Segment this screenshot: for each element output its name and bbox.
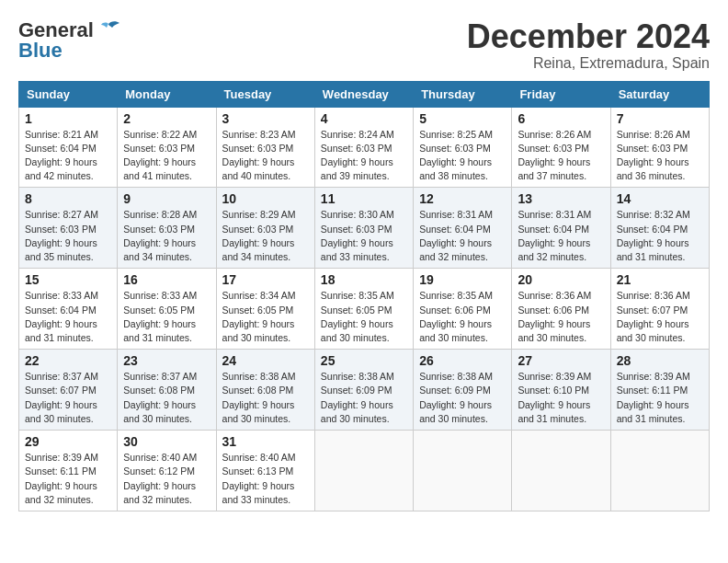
day-number: 1 xyxy=(25,111,111,126)
logo: General Blue xyxy=(18,18,121,63)
day-number: 22 xyxy=(25,353,111,368)
header: General Blue December 2024 Reina, Extrem… xyxy=(18,18,710,72)
table-row: 20Sunrise: 8:36 AM Sunset: 6:06 PM Dayli… xyxy=(512,269,610,350)
day-info: Sunrise: 8:39 AM Sunset: 6:11 PM Dayligh… xyxy=(617,370,703,426)
day-number: 7 xyxy=(617,111,703,126)
week-row-5: 29Sunrise: 8:39 AM Sunset: 6:11 PM Dayli… xyxy=(19,431,710,511)
day-number: 14 xyxy=(617,191,703,206)
day-info: Sunrise: 8:33 AM Sunset: 6:04 PM Dayligh… xyxy=(25,289,111,345)
table-row: 24Sunrise: 8:38 AM Sunset: 6:08 PM Dayli… xyxy=(216,350,314,431)
day-number: 5 xyxy=(419,111,506,126)
day-info: Sunrise: 8:36 AM Sunset: 6:07 PM Dayligh… xyxy=(617,289,703,345)
logo-bird-icon xyxy=(96,20,121,40)
day-number: 3 xyxy=(222,111,309,126)
week-row-3: 15Sunrise: 8:33 AM Sunset: 6:04 PM Dayli… xyxy=(19,269,710,350)
day-info: Sunrise: 8:25 AM Sunset: 6:03 PM Dayligh… xyxy=(419,128,506,184)
day-info: Sunrise: 8:26 AM Sunset: 6:03 PM Dayligh… xyxy=(617,128,703,184)
day-number: 8 xyxy=(25,191,111,206)
day-number: 9 xyxy=(123,191,210,206)
day-number: 20 xyxy=(518,272,604,287)
day-info: Sunrise: 8:38 AM Sunset: 6:09 PM Dayligh… xyxy=(321,370,407,426)
table-row: 12Sunrise: 8:31 AM Sunset: 6:04 PM Dayli… xyxy=(414,188,512,269)
col-monday: Monday xyxy=(118,81,216,107)
week-row-1: 1Sunrise: 8:21 AM Sunset: 6:04 PM Daylig… xyxy=(19,107,710,188)
table-row: 3Sunrise: 8:23 AM Sunset: 6:03 PM Daylig… xyxy=(216,107,314,188)
day-number: 6 xyxy=(518,111,604,126)
table-row: 26Sunrise: 8:38 AM Sunset: 6:09 PM Dayli… xyxy=(414,350,512,431)
day-number: 16 xyxy=(123,272,210,287)
table-row: 4Sunrise: 8:24 AM Sunset: 6:03 PM Daylig… xyxy=(314,107,413,188)
logo-blue: Blue xyxy=(18,39,63,62)
day-info: Sunrise: 8:35 AM Sunset: 6:06 PM Dayligh… xyxy=(419,289,506,345)
col-tuesday: Tuesday xyxy=(216,81,314,107)
day-number: 21 xyxy=(617,272,703,287)
table-row: 2Sunrise: 8:22 AM Sunset: 6:03 PM Daylig… xyxy=(118,107,216,188)
month-title: December 2024 xyxy=(467,18,710,55)
table-row: 1Sunrise: 8:21 AM Sunset: 6:04 PM Daylig… xyxy=(19,107,118,188)
calendar-table: Sunday Monday Tuesday Wednesday Thursday… xyxy=(18,81,710,511)
table-row: 10Sunrise: 8:29 AM Sunset: 6:03 PM Dayli… xyxy=(216,188,314,269)
day-info: Sunrise: 8:37 AM Sunset: 6:07 PM Dayligh… xyxy=(25,370,111,426)
day-info: Sunrise: 8:32 AM Sunset: 6:04 PM Dayligh… xyxy=(617,208,703,264)
day-number: 13 xyxy=(518,191,604,206)
table-row: 31Sunrise: 8:40 AM Sunset: 6:13 PM Dayli… xyxy=(216,431,314,511)
day-number: 17 xyxy=(222,272,309,287)
day-number: 4 xyxy=(321,111,407,126)
table-row: 18Sunrise: 8:35 AM Sunset: 6:05 PM Dayli… xyxy=(314,269,413,350)
day-number: 11 xyxy=(321,191,407,206)
table-row: 25Sunrise: 8:38 AM Sunset: 6:09 PM Dayli… xyxy=(314,350,413,431)
table-row: 30Sunrise: 8:40 AM Sunset: 6:12 PM Dayli… xyxy=(118,431,216,511)
day-info: Sunrise: 8:35 AM Sunset: 6:05 PM Dayligh… xyxy=(321,289,407,345)
day-info: Sunrise: 8:39 AM Sunset: 6:10 PM Dayligh… xyxy=(518,370,604,426)
table-row: 7Sunrise: 8:26 AM Sunset: 6:03 PM Daylig… xyxy=(610,107,709,188)
day-info: Sunrise: 8:22 AM Sunset: 6:03 PM Dayligh… xyxy=(123,128,210,184)
col-wednesday: Wednesday xyxy=(314,81,413,107)
day-number: 28 xyxy=(617,353,703,368)
table-row: 16Sunrise: 8:33 AM Sunset: 6:05 PM Dayli… xyxy=(118,269,216,350)
day-info: Sunrise: 8:39 AM Sunset: 6:11 PM Dayligh… xyxy=(25,451,111,507)
day-number: 31 xyxy=(222,434,309,449)
day-number: 2 xyxy=(123,111,210,126)
table-row xyxy=(512,431,610,511)
day-info: Sunrise: 8:21 AM Sunset: 6:04 PM Dayligh… xyxy=(25,128,111,184)
day-info: Sunrise: 8:28 AM Sunset: 6:03 PM Dayligh… xyxy=(123,208,210,264)
week-row-4: 22Sunrise: 8:37 AM Sunset: 6:07 PM Dayli… xyxy=(19,350,710,431)
day-number: 18 xyxy=(321,272,407,287)
table-row: 29Sunrise: 8:39 AM Sunset: 6:11 PM Dayli… xyxy=(19,431,118,511)
day-number: 15 xyxy=(25,272,111,287)
calendar-header-row: Sunday Monday Tuesday Wednesday Thursday… xyxy=(19,81,710,107)
day-number: 19 xyxy=(419,272,506,287)
day-info: Sunrise: 8:40 AM Sunset: 6:12 PM Dayligh… xyxy=(123,451,210,507)
day-info: Sunrise: 8:24 AM Sunset: 6:03 PM Dayligh… xyxy=(321,128,407,184)
table-row: 13Sunrise: 8:31 AM Sunset: 6:04 PM Dayli… xyxy=(512,188,610,269)
location-subtitle: Reina, Extremadura, Spain xyxy=(467,55,710,72)
table-row: 5Sunrise: 8:25 AM Sunset: 6:03 PM Daylig… xyxy=(414,107,512,188)
week-row-2: 8Sunrise: 8:27 AM Sunset: 6:03 PM Daylig… xyxy=(19,188,710,269)
table-row: 19Sunrise: 8:35 AM Sunset: 6:06 PM Dayli… xyxy=(414,269,512,350)
day-info: Sunrise: 8:37 AM Sunset: 6:08 PM Dayligh… xyxy=(123,370,210,426)
table-row: 22Sunrise: 8:37 AM Sunset: 6:07 PM Dayli… xyxy=(19,350,118,431)
table-row: 6Sunrise: 8:26 AM Sunset: 6:03 PM Daylig… xyxy=(512,107,610,188)
day-number: 29 xyxy=(25,434,111,449)
day-info: Sunrise: 8:33 AM Sunset: 6:05 PM Dayligh… xyxy=(123,289,210,345)
table-row: 15Sunrise: 8:33 AM Sunset: 6:04 PM Dayli… xyxy=(19,269,118,350)
day-info: Sunrise: 8:29 AM Sunset: 6:03 PM Dayligh… xyxy=(222,208,309,264)
day-number: 10 xyxy=(222,191,309,206)
table-row: 9Sunrise: 8:28 AM Sunset: 6:03 PM Daylig… xyxy=(118,188,216,269)
day-number: 27 xyxy=(518,353,604,368)
day-number: 23 xyxy=(123,353,210,368)
table-row xyxy=(314,431,413,511)
table-row: 28Sunrise: 8:39 AM Sunset: 6:11 PM Dayli… xyxy=(610,350,709,431)
day-info: Sunrise: 8:31 AM Sunset: 6:04 PM Dayligh… xyxy=(518,208,604,264)
col-sunday: Sunday xyxy=(19,81,118,107)
day-number: 25 xyxy=(321,353,407,368)
title-block: December 2024 Reina, Extremadura, Spain xyxy=(467,18,710,72)
table-row xyxy=(610,431,709,511)
day-info: Sunrise: 8:31 AM Sunset: 6:04 PM Dayligh… xyxy=(419,208,506,264)
day-info: Sunrise: 8:38 AM Sunset: 6:09 PM Dayligh… xyxy=(419,370,506,426)
table-row: 21Sunrise: 8:36 AM Sunset: 6:07 PM Dayli… xyxy=(610,269,709,350)
day-number: 30 xyxy=(123,434,210,449)
table-row: 14Sunrise: 8:32 AM Sunset: 6:04 PM Dayli… xyxy=(610,188,709,269)
day-info: Sunrise: 8:40 AM Sunset: 6:13 PM Dayligh… xyxy=(222,451,309,507)
day-info: Sunrise: 8:36 AM Sunset: 6:06 PM Dayligh… xyxy=(518,289,604,345)
